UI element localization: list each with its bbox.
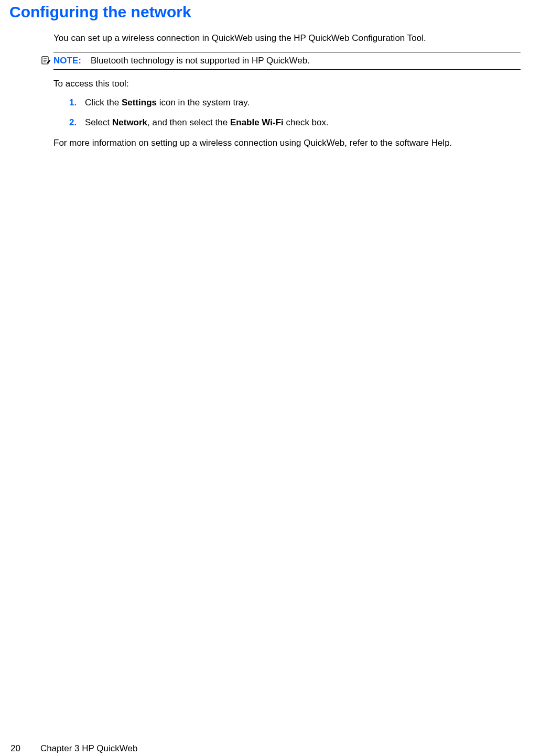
footer-chapter: Chapter 3 HP QuickWeb [40, 743, 138, 754]
intro-paragraph: You can set up a wireless connection in … [53, 33, 521, 45]
step-number: 1. [69, 98, 85, 108]
footer-page-number: 20 [10, 743, 20, 754]
section-heading: Configuring the network [9, 3, 521, 21]
step-body: Select Network, and then select the Enab… [85, 117, 329, 128]
note-label: NOTE: [53, 56, 81, 66]
step-2: 2. Select Network, and then select the E… [69, 117, 521, 128]
step-bold: Enable Wi-Fi [230, 117, 284, 127]
note-block: NOTE: Bluetooth technology is not suppor… [53, 52, 521, 70]
note-text: Bluetooth technology is not supported in… [91, 56, 310, 66]
page-footer: 20 Chapter 3 HP QuickWeb [10, 743, 137, 754]
step-text-mid: , and then select the [147, 117, 230, 127]
step-text-post: check box. [284, 117, 329, 127]
outro-paragraph: For more information on setting up a wir… [53, 137, 521, 149]
step-text-post: icon in the system tray. [157, 98, 250, 107]
note-icon [41, 56, 50, 65]
step-body: Click the Settings icon in the system tr… [85, 98, 250, 108]
document-page: Configuring the network You can set up a… [0, 3, 552, 756]
step-number: 2. [69, 117, 85, 128]
step-text-pre: Click the [85, 98, 122, 107]
step-text-pre: Select [85, 117, 112, 127]
access-intro: To access this tool: [53, 78, 521, 90]
step-bold: Settings [122, 98, 157, 107]
step-1: 1. Click the Settings icon in the system… [69, 98, 521, 108]
step-bold: Network [112, 117, 147, 127]
